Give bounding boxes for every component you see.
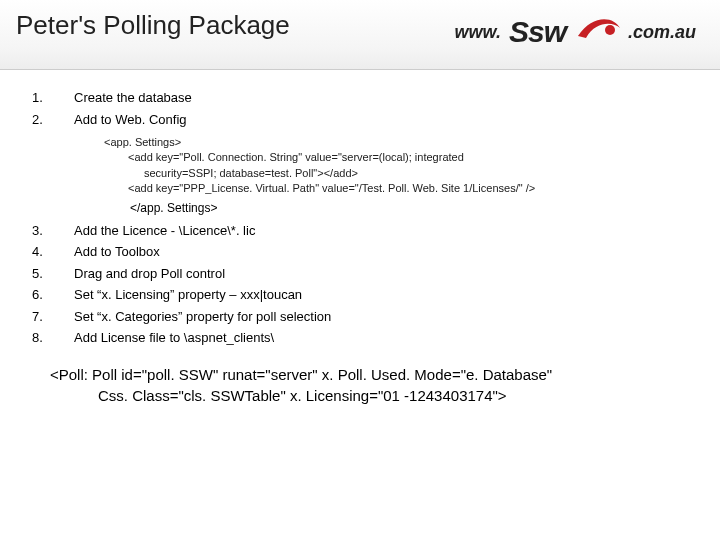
list-item: 4. Add to Toolbox	[32, 242, 688, 262]
code-line: <add key="PPP_License. Virtual. Path" va…	[104, 181, 688, 196]
code-line: security=SSPI; database=test. Poll"></ad…	[104, 166, 688, 181]
step-text: Set “x. Licensing” property – xxx|toucan	[74, 285, 688, 305]
step-number: 8.	[32, 328, 74, 348]
titlebar: Peter's Polling Package www. Ssw .com.au	[0, 0, 720, 70]
code-line: </app. Settings>	[130, 201, 688, 215]
logo: www. Ssw .com.au	[455, 8, 696, 56]
snippet-line: Css. Class="cls. SSWTable" x. Licensing=…	[50, 385, 670, 407]
code-line: <add key="Poll. Connection. String" valu…	[104, 150, 688, 165]
slide: Peter's Polling Package www. Ssw .com.au…	[0, 0, 720, 540]
list-item: 8. Add License file to \aspnet_clients\	[32, 328, 688, 348]
step-number: 4.	[32, 242, 74, 262]
step-text: Create the database	[74, 88, 688, 108]
step-number: 7.	[32, 307, 74, 327]
step-number: 6.	[32, 285, 74, 305]
step-number: 1.	[32, 88, 74, 108]
logo-ssw-text: Ssw	[509, 15, 566, 49]
code-line: <app. Settings>	[104, 135, 688, 150]
step-text: Drag and drop Poll control	[74, 264, 688, 284]
logo-swoosh-icon	[574, 8, 622, 56]
logo-www: www.	[455, 22, 501, 43]
list-item: 2. Add to Web. Config	[32, 110, 688, 130]
code-snippet: <Poll: Poll id="poll. SSW" runat="server…	[50, 364, 670, 408]
step-number: 5.	[32, 264, 74, 284]
list-item: 6. Set “x. Licensing” property – xxx|tou…	[32, 285, 688, 305]
list-item: 5. Drag and drop Poll control	[32, 264, 688, 284]
step-text: Add to Toolbox	[74, 242, 688, 262]
step-text: Add License file to \aspnet_clients\	[74, 328, 688, 348]
step-text: Add to Web. Config	[74, 110, 688, 130]
svg-point-0	[605, 25, 615, 35]
list-item: 1. Create the database	[32, 88, 688, 108]
step-text: Set “x. Categories” property for poll se…	[74, 307, 688, 327]
logo-com: .com.au	[628, 22, 696, 43]
step-number: 2.	[32, 110, 74, 130]
code-block: <app. Settings> <add key="Poll. Connecti…	[104, 135, 688, 197]
content: 1. Create the database 2. Add to Web. Co…	[0, 70, 720, 407]
snippet-line: <Poll: Poll id="poll. SSW" runat="server…	[50, 364, 670, 386]
step-text: Add the Licence - \Licence\*. lic	[74, 221, 688, 241]
step-number: 3.	[32, 221, 74, 241]
list-item: 7. Set “x. Categories” property for poll…	[32, 307, 688, 327]
list-item: 3. Add the Licence - \Licence\*. lic	[32, 221, 688, 241]
